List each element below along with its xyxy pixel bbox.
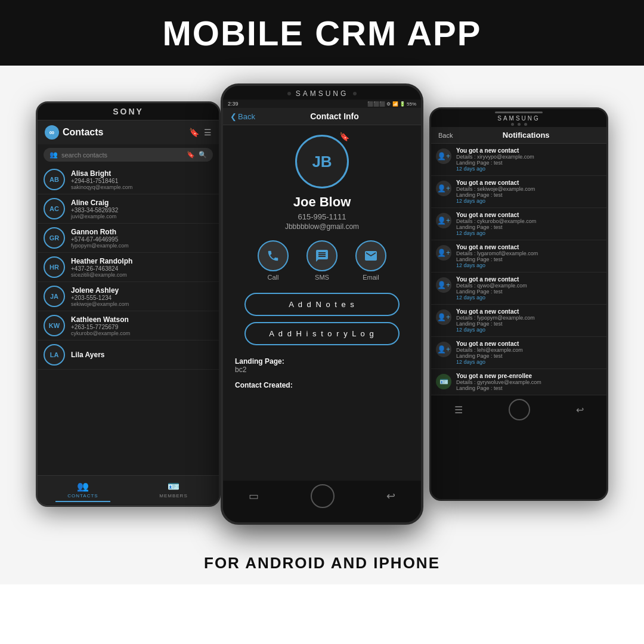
contact-email: cykurobo@example.com	[71, 330, 130, 336]
landing-page-value: bc2	[235, 366, 409, 374]
members-nav-icon: 🪪	[168, 481, 179, 492]
contact-email: fypopym@example.com	[71, 243, 129, 249]
samsung-top-small: SAMSUNG	[431, 109, 606, 127]
notif-contact-icon: 👤+	[436, 245, 451, 261]
status-time: 2:39	[228, 101, 239, 107]
contact-phone: +437-26-7463824	[71, 265, 132, 272]
nav-contacts-label: CONTACTS	[67, 493, 98, 499]
search-icon[interactable]: 🔍	[199, 151, 207, 159]
footer-text: FOR ANDROID AND IPHONE	[204, 554, 440, 578]
phones-container: SONY ∞ Contacts 🔖 ☰ 👥 searc	[0, 78, 644, 543]
notif-detail: Details : xiryvypo@example.com	[456, 154, 602, 160]
contact-detail-phone: 615-995-1111	[298, 212, 346, 221]
bottom-bar-center: ▭ ↩	[223, 481, 421, 512]
main-content: SONY ∞ Contacts 🔖 ☰ 👥 searc	[0, 66, 644, 584]
back-button[interactable]: ❮ Back	[230, 112, 255, 121]
avatar: AC	[44, 198, 65, 219]
list-item[interactable]: KW Kathleen Watson +263-15-7725679 cykur…	[38, 311, 219, 340]
email-icon	[355, 240, 386, 271]
call-button[interactable]: Call	[258, 240, 289, 281]
avatar: LA	[44, 344, 65, 366]
contact-phone: +574-67-4646995	[71, 236, 129, 243]
sms-label: SMS	[315, 274, 329, 281]
contact-list: AB Alisa Bright +294-81-7518461 sakinoqy…	[38, 165, 219, 370]
add-history-button[interactable]: A d d H i s t o r y L o g	[244, 322, 400, 345]
notif-item[interactable]: 👤+ You got a new contact Details : qywo@…	[431, 273, 606, 305]
call-icon	[258, 240, 289, 271]
list-item[interactable]: AC Aline Craig +383-34-5826932 juvi@exam…	[38, 194, 219, 224]
notif-item[interactable]: 👤+ You got a new contact Details : cykur…	[431, 208, 606, 240]
center-screen: ❮ Back Contact Info JB 🔖 Joe Blow 615-99…	[223, 108, 421, 512]
notif-contact-icon: 👤+	[436, 277, 451, 293]
notif-item[interactable]: 👤+ You got a new contact Details : fypop…	[431, 305, 606, 337]
avatar: JA	[44, 286, 65, 307]
notif-item[interactable]: 🪪 You got a new pre-enrollee Details : g…	[431, 369, 606, 395]
bookmark-search-icon[interactable]: 🔖	[187, 151, 195, 159]
list-item[interactable]: JA Jolene Ashley +203-555-1234 sekiwoje@…	[38, 282, 219, 311]
bookmark-icon[interactable]: 🔖	[189, 128, 199, 137]
contact-email: sicezitili@example.com	[71, 272, 132, 278]
notif-item[interactable]: 👤+ You got a new contact Details : lygar…	[431, 240, 606, 273]
back-btn-right[interactable]: ↩	[576, 404, 584, 416]
people-icon: 👥	[49, 151, 58, 159]
home-btn-right[interactable]	[509, 399, 530, 420]
contact-created-label: Contact Created:	[235, 381, 409, 389]
samsung-top-bar: SAMSUNG	[223, 86, 421, 100]
center-phone: SAMSUNG 2:39 ⬛⬛⬛ ⚙ 📶 🔋 55% ❮ Back Contac…	[221, 83, 423, 525]
contact-name: Lila Ayers	[71, 351, 104, 359]
list-item[interactable]: AB Alisa Bright +294-81-7518461 sakinoqy…	[38, 165, 219, 194]
contacts-logo: ∞ Contacts	[45, 125, 103, 140]
menu-btn-right[interactable]: ☰	[454, 404, 463, 416]
contact-phone: +203-555-1234	[71, 295, 129, 301]
nav-members[interactable]: 🪪 MEMBERS	[128, 481, 219, 502]
notifications-header: Back Notifications	[431, 127, 606, 144]
recent-apps-btn[interactable]: ▭	[249, 490, 259, 503]
notif-contact-icon: 👤+	[436, 181, 451, 196]
contact-created-field: Contact Created:	[235, 379, 409, 392]
samsung-brand-right: SAMSUNG	[497, 115, 540, 122]
notification-list: 👤+ You got a new contact Details : xiryv…	[431, 144, 606, 395]
contact-detail-body: JB 🔖 Joe Blow 615-995-1111 Jbbbbblow@gma…	[223, 125, 421, 481]
back-hardware-btn[interactable]: ↩	[386, 490, 395, 503]
email-button[interactable]: Email	[355, 240, 386, 281]
bookmark-icon[interactable]: 🔖	[339, 132, 349, 141]
notif-pre-enrollee-icon: 🪪	[436, 374, 451, 389]
notif-item[interactable]: 👤+ You got a new contact Details : xiryv…	[431, 144, 606, 176]
contacts-app-icon: ∞	[45, 125, 59, 140]
notif-back-button[interactable]: Back	[438, 132, 453, 139]
sms-icon	[306, 240, 338, 271]
list-item[interactable]: LA Lila Ayers	[38, 340, 219, 370]
notif-contact-icon: 👤+	[436, 309, 451, 325]
header-icons: 🔖 ☰	[189, 128, 212, 137]
search-bar[interactable]: 👥 search contacts 🔖 🔍	[44, 148, 213, 162]
contact-detail-email: Jbbbbblow@gmail.com	[285, 222, 359, 231]
sony-screen: ∞ Contacts 🔖 ☰ 👥 search contacts 🔖 🔍	[38, 120, 219, 504]
page-title: MOBILE CRM APP	[163, 13, 482, 53]
notif-item[interactable]: 👤+ You got a new contact Details : lehi@…	[431, 337, 606, 369]
notif-landing: Landing Page : test	[456, 160, 602, 166]
list-item[interactable]: HR Heather Randolph +437-26-7463824 sice…	[38, 253, 219, 282]
contacts-nav-icon: 👥	[77, 481, 89, 492]
list-item[interactable]: GR Gannon Roth +574-67-4646995 fypopym@e…	[38, 224, 219, 253]
menu-icon[interactable]: ☰	[204, 128, 212, 137]
notif-contact-icon: 👤+	[436, 342, 451, 357]
contact-name: Kathleen Watson	[71, 315, 130, 324]
center-page-title: Contact Info	[255, 112, 414, 121]
contact-info-nav: ❮ Back Contact Info	[223, 108, 421, 125]
action-buttons-row: Call SMS Email	[258, 240, 386, 281]
contacts-title: Contacts	[63, 127, 103, 138]
left-phone: SONY ∞ Contacts 🔖 ☰ 👥 searc	[36, 101, 221, 507]
status-bar-center: 2:39 ⬛⬛⬛ ⚙ 📶 🔋 55%	[223, 100, 421, 108]
contact-name: Aline Craig	[71, 199, 118, 207]
contact-name: Heather Randolph	[71, 257, 132, 265]
landing-page-field: Landing Page: bc2	[235, 355, 409, 376]
home-btn[interactable]	[311, 484, 335, 508]
sms-button[interactable]: SMS	[306, 240, 338, 281]
search-placeholder: search contacts	[61, 151, 107, 159]
add-notes-button[interactable]: A d d N o t e s	[244, 293, 400, 316]
contact-phone: +294-81-7518461	[71, 178, 132, 184]
notif-item[interactable]: 👤+ You got a new contact Details : sekiw…	[431, 176, 606, 208]
avatar: HR	[44, 256, 65, 278]
nav-contacts[interactable]: 👥 CONTACTS	[38, 481, 128, 502]
notif-contact-icon: 👤+	[436, 213, 451, 228]
